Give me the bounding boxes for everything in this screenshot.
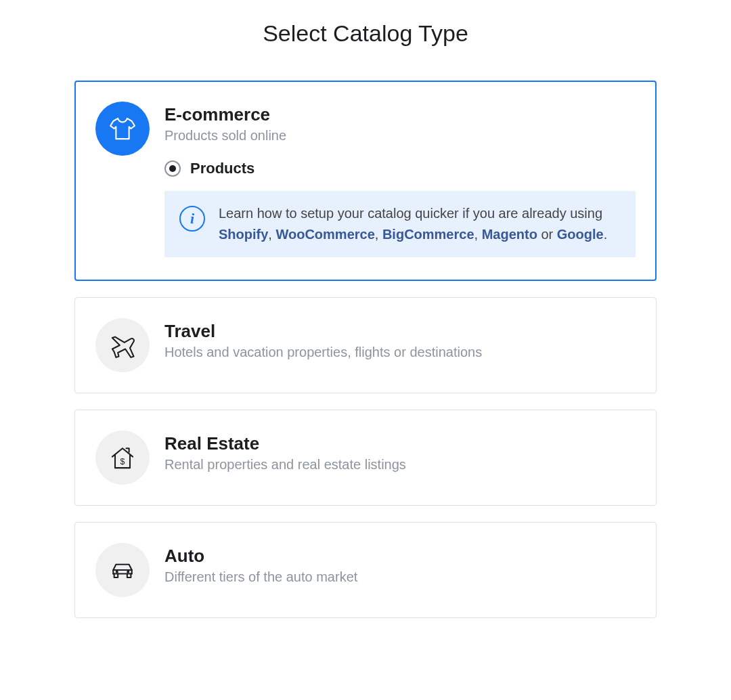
option-title: Travel bbox=[164, 321, 636, 342]
radio-label: Products bbox=[190, 160, 254, 177]
tshirt-icon bbox=[95, 102, 150, 156]
svg-text:$: $ bbox=[120, 457, 125, 466]
radio-products[interactable]: Products bbox=[164, 160, 636, 177]
car-icon bbox=[95, 543, 150, 597]
option-real-estate[interactable]: $ Real Estate Rental properties and real… bbox=[74, 410, 657, 506]
link-magento[interactable]: Magento bbox=[482, 227, 537, 242]
catalog-type-options: E-commerce Products sold online Products… bbox=[74, 81, 657, 618]
option-description: Rental properties and real estate listin… bbox=[164, 457, 636, 473]
radio-indicator bbox=[164, 160, 181, 177]
catalog-type-page: Select Catalog Type E-commerce Products … bbox=[0, 0, 731, 700]
svg-point-1 bbox=[116, 571, 118, 573]
option-title: E-commerce bbox=[164, 104, 636, 125]
option-title: Auto bbox=[164, 546, 636, 567]
house-icon: $ bbox=[95, 431, 150, 485]
option-description: Products sold online bbox=[164, 128, 636, 144]
option-body: Travel Hotels and vacation properties, f… bbox=[164, 318, 636, 360]
option-body: Real Estate Rental properties and real e… bbox=[164, 431, 636, 473]
link-woocommerce[interactable]: WooCommerce bbox=[275, 227, 374, 242]
option-body: Auto Different tiers of the auto market bbox=[164, 543, 636, 585]
option-title: Real Estate bbox=[164, 433, 636, 454]
option-ecommerce[interactable]: E-commerce Products sold online Products… bbox=[74, 81, 657, 281]
page-title: Select Catalog Type bbox=[0, 20, 731, 47]
link-shopify[interactable]: Shopify bbox=[219, 227, 268, 242]
option-description: Different tiers of the auto market bbox=[164, 569, 636, 585]
svg-point-2 bbox=[127, 571, 129, 573]
link-google[interactable]: Google bbox=[557, 227, 604, 242]
info-banner: i Learn how to setup your catalog quicke… bbox=[164, 191, 636, 257]
info-icon: i bbox=[179, 206, 205, 232]
option-travel[interactable]: Travel Hotels and vacation properties, f… bbox=[74, 297, 657, 393]
option-body: E-commerce Products sold online Products… bbox=[164, 102, 636, 260]
option-description: Hotels and vacation properties, flights … bbox=[164, 345, 636, 360]
link-bigcommerce[interactable]: BigCommerce bbox=[382, 227, 474, 242]
info-text: Learn how to setup your catalog quicker … bbox=[219, 203, 621, 245]
option-auto[interactable]: Auto Different tiers of the auto market bbox=[74, 522, 657, 618]
airplane-icon bbox=[95, 318, 150, 372]
sub-options: Products i Learn how to setup your catal… bbox=[164, 160, 636, 257]
info-text-before: Learn how to setup your catalog quicker … bbox=[219, 206, 602, 221]
